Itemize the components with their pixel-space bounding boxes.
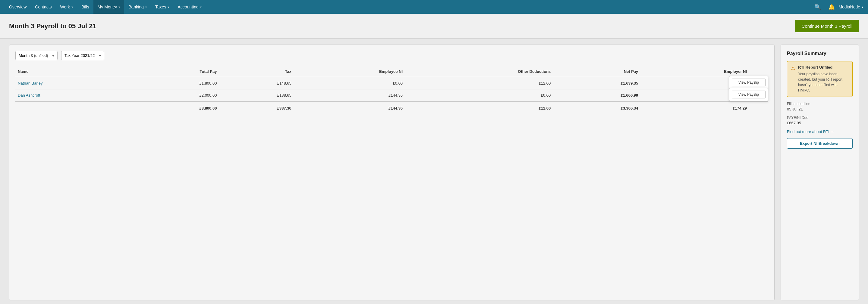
continue-payroll-button[interactable]: Continue Month 3 Payroll	[795, 20, 859, 32]
nav-taxes[interactable]: Taxes ▾	[151, 0, 174, 14]
navigation: Overview Contacts Work ▾ Bills My Money …	[0, 0, 868, 14]
employee-ni-cell: £0.00	[294, 77, 405, 90]
sidebar-title: Payroll Summary	[787, 51, 852, 56]
totals-employee-ni: £144.36	[294, 101, 405, 114]
warning-icon: ⚠	[791, 65, 795, 71]
rti-banner: ⚠ RTI Report Unfiled Your payslips have …	[787, 61, 852, 97]
nav-accounting[interactable]: Accounting ▾	[173, 0, 206, 14]
net-pay-cell: £1,666.99	[553, 90, 641, 102]
view-payslip-button[interactable]: View Payslip	[732, 78, 766, 87]
filing-deadline-value: 05 Jul 21	[787, 107, 852, 111]
action-cell: View Payslip	[749, 77, 768, 90]
chevron-down-icon: ▾	[862, 5, 863, 9]
page-title: Month 3 Payroll to 05 Jul 21	[9, 22, 96, 30]
tax-year-filter[interactable]: Tax Year 2021/22 Tax Year 2020/21	[61, 51, 104, 60]
col-other-deductions: Other Deductions	[405, 66, 553, 77]
col-employee-ni: Employee NI	[294, 66, 405, 77]
nav-contacts[interactable]: Contacts	[31, 0, 56, 14]
payroll-summary-sidebar: Payroll Summary ⚠ RTI Report Unfiled You…	[781, 44, 859, 300]
tax-cell: £188.65	[219, 90, 293, 102]
period-filter[interactable]: Month 3 (unfiled) Month 2 Month 1	[16, 51, 58, 60]
nav-bills[interactable]: Bills	[77, 0, 93, 14]
employee-name-cell: Dan Ashcroft	[16, 90, 132, 102]
chevron-down-icon: ▾	[71, 5, 73, 9]
total-pay-cell: £1,800.00	[132, 77, 219, 90]
payroll-table-area: Month 3 (unfiled) Month 2 Month 1 Tax Ye…	[9, 44, 775, 300]
payslip-popup: View Payslip	[729, 76, 768, 89]
totals-other-deductions: £12.00	[405, 101, 553, 114]
totals-row: £3,800.00 £337.30 £144.36 £12.00 £3,306.…	[16, 101, 768, 114]
nav-work[interactable]: Work ▾	[56, 0, 77, 14]
rti-link[interactable]: Find out more about RTI →	[787, 129, 852, 134]
chevron-down-icon: ▾	[145, 5, 147, 9]
main-content: Month 3 (unfiled) Month 2 Month 1 Tax Ye…	[0, 38, 868, 304]
other-deductions-cell: £12.00	[405, 77, 553, 90]
totals-tax: £337.30	[219, 101, 293, 114]
filing-deadline-field: Filing deadline 05 Jul 21	[787, 102, 852, 111]
paye-ni-value: £667.95	[787, 121, 852, 125]
col-tax: Tax	[219, 66, 293, 77]
total-pay-cell: £2,000.00	[132, 90, 219, 102]
employee-link[interactable]: Nathan Barley	[18, 81, 42, 86]
other-deductions-cell: £0.00	[405, 90, 553, 102]
rti-description: Your payslips have been created, but you…	[798, 71, 849, 93]
export-ni-breakdown-button[interactable]: Export NI Breakdown	[787, 138, 852, 149]
col-actions	[749, 66, 768, 77]
filing-deadline-label: Filing deadline	[787, 102, 852, 106]
net-pay-cell: £1,639.35	[553, 77, 641, 90]
bell-icon[interactable]: 🔔	[825, 4, 838, 10]
chevron-down-icon: ▾	[200, 5, 202, 9]
view-payslip-button[interactable]: View Payslip	[732, 91, 766, 98]
totals-total-pay: £3,800.00	[132, 101, 219, 114]
totals-label-cell	[16, 101, 132, 114]
paye-ni-field: PAYE/NI Due £667.95	[787, 115, 852, 125]
user-menu[interactable]: MediaNode ▾	[838, 4, 863, 9]
chevron-down-icon: ▾	[167, 5, 169, 9]
payslip-popup: View Payslip	[729, 88, 768, 101]
table-row: Nathan Barley £1,800.00 £148.65 £0.00 £1…	[16, 77, 768, 90]
action-cell: View Payslip	[749, 90, 768, 102]
col-total-pay: Total Pay	[132, 66, 219, 77]
page-header: Month 3 Payroll to 05 Jul 21 Continue Mo…	[0, 14, 868, 38]
paye-ni-label: PAYE/NI Due	[787, 115, 852, 120]
nav-my-money[interactable]: My Money ▾	[93, 0, 124, 14]
nav-banking[interactable]: Banking ▾	[124, 0, 151, 14]
employee-ni-cell: £144.36	[294, 90, 405, 102]
rti-label: RTI Report Unfiled	[798, 65, 849, 70]
search-icon[interactable]: 🔍	[811, 4, 825, 10]
table-row: Dan Ashcroft £2,000.00 £188.65 £144.36 £…	[16, 90, 768, 102]
totals-employer-ni: £174.29	[641, 101, 749, 114]
nav-overview[interactable]: Overview	[5, 0, 31, 14]
payroll-table: Name Total Pay Tax Employee NI Other Ded…	[16, 66, 768, 114]
filters: Month 3 (unfiled) Month 2 Month 1 Tax Ye…	[16, 51, 768, 60]
employee-name-cell: Nathan Barley	[16, 77, 132, 90]
totals-net-pay: £3,306.34	[553, 101, 641, 114]
col-employer-ni: Employer NI	[641, 66, 749, 77]
employee-link[interactable]: Dan Ashcroft	[18, 93, 40, 98]
tax-cell: £148.65	[219, 77, 293, 90]
chevron-down-icon: ▾	[119, 5, 120, 9]
col-name: Name	[16, 66, 132, 77]
col-net-pay: Net Pay	[553, 66, 641, 77]
